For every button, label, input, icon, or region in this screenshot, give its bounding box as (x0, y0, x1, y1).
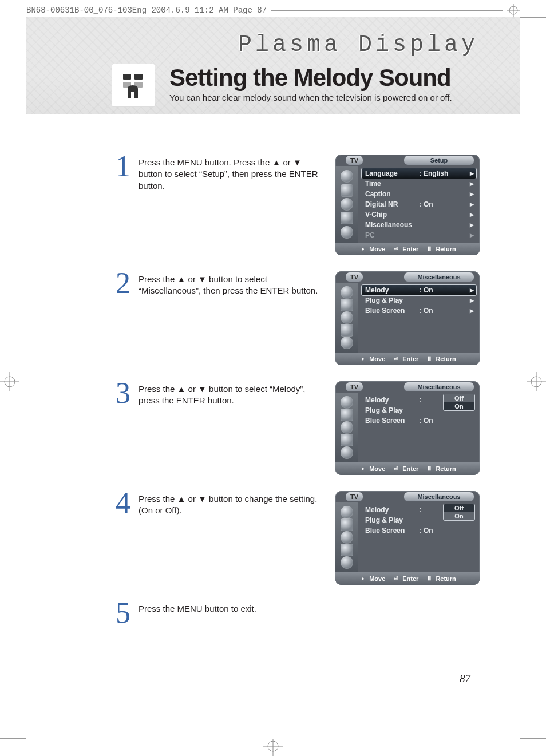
osd-row-value: On (424, 286, 446, 294)
steps-list: 1 Press the MENU button. Press the ▲ or … (111, 155, 480, 641)
osd-category-icon (341, 531, 353, 544)
osd-sidebar (335, 166, 358, 243)
osd-row-colon: : (418, 307, 424, 315)
osd-row-colon: : (418, 169, 424, 177)
footer-return-label: Return (436, 246, 456, 252)
osd-tv-badge: TV (346, 156, 363, 165)
osd-submenu-option[interactable]: Off (444, 394, 474, 402)
trim-line (0, 738, 26, 739)
page-title: Setting the Melody Sound (169, 64, 451, 92)
osd-title: Miscellaneous (404, 492, 474, 501)
osd-row-label: Plug & Play (365, 296, 418, 304)
osd-menu-list[interactable]: Language:English▶Time▶Caption▶Digital NR… (358, 166, 480, 243)
brand-title: Plasma Display (238, 32, 478, 58)
osd-row[interactable]: Melody:On▶ (362, 285, 476, 295)
registration-mark-icon (0, 372, 19, 391)
osd-tv-badge: TV (346, 492, 363, 501)
arrow-right-icon: ▶ (470, 212, 474, 217)
osd-category-icon (341, 421, 353, 434)
arrow-right-icon: ▶ (470, 232, 474, 238)
osd-row-colon: : (418, 200, 424, 208)
osd-row-label: Melody (365, 396, 418, 404)
osd-category-icon (341, 434, 353, 446)
osd-sidebar (335, 393, 358, 462)
footer-return-label: Return (436, 575, 456, 582)
osd-row[interactable]: PC▶ (362, 230, 476, 240)
osd-title: Setup (404, 156, 474, 165)
touch-icon (112, 64, 155, 106)
osd-category-icon (341, 311, 353, 324)
step-text: Press the MENU button to exit. (139, 601, 256, 615)
osd-row[interactable]: Time▶ (362, 179, 476, 189)
trim-line (520, 738, 546, 739)
osd-row[interactable]: Digital NR:On▶ (362, 199, 476, 209)
hero-banner: Plasma Display Setting the Melody Sound … (26, 17, 520, 114)
osd-category-icon (341, 518, 353, 531)
footer-move-label: Move (369, 465, 385, 472)
osd-row[interactable]: Miscellaneous▶ (362, 220, 476, 230)
osd-row[interactable]: Plug & Play▶ (362, 295, 476, 306)
osd-category-icon (341, 446, 353, 459)
osd-menu-list[interactable]: Melody:Plug & PlayBlue Screen:OnOffOn (358, 502, 480, 572)
return-icon: Ⅲ (425, 575, 433, 582)
svg-rect-12 (123, 74, 131, 80)
osd-submenu[interactable]: OffOn (443, 504, 475, 521)
print-header: BN68-00631B-00_076-103Eng 2004.6.9 11:2 … (26, 5, 520, 16)
osd-category-icon (341, 170, 353, 183)
osd-category-icon (341, 226, 353, 239)
osd-submenu-option[interactable]: On (444, 402, 474, 410)
osd-submenu-option[interactable]: Off (444, 504, 474, 512)
osd-row[interactable]: Blue Screen:On▶ (362, 306, 476, 316)
osd-row[interactable]: Blue Screen:On (362, 415, 476, 426)
svg-rect-13 (134, 74, 143, 80)
osd-row[interactable]: V-Chip▶ (362, 209, 476, 220)
osd-menu-list[interactable]: Melody:Plug & PlayBlue Screen:OnOffOn (358, 393, 480, 462)
move-icon: ♦ (359, 355, 367, 362)
osd-row-label: Language (365, 169, 418, 177)
osd-row[interactable]: Blue Screen:On (362, 525, 476, 536)
step-5: 5 Press the MENU button to exit. (111, 601, 480, 625)
osd-category-icon (341, 396, 353, 409)
step-number: 4 (111, 491, 130, 515)
footer-move-label: Move (369, 575, 385, 582)
registration-mark-icon (507, 4, 520, 17)
enter-icon: ⏎ (392, 575, 400, 582)
osd-setup: TV Setup Language:English▶Time▶Caption▶D… (335, 155, 480, 255)
osd-category-icon (341, 544, 353, 556)
osd-row-label: V-Chip (365, 211, 418, 219)
osd-row-value: On (424, 417, 446, 425)
osd-row-label: Blue Screen (365, 527, 418, 535)
osd-row[interactable]: Caption▶ (362, 189, 476, 199)
osd-category-icon (341, 212, 353, 224)
step-text: Press the ▲ or ▼ button to select “Melod… (139, 381, 327, 407)
osd-row-label: Plug & Play (365, 406, 418, 414)
osd-row-value: On (424, 307, 446, 315)
osd-row[interactable]: Language:English▶ (362, 168, 476, 179)
print-header-text: BN68-00631B-00_076-103Eng 2004.6.9 11:2 … (26, 6, 267, 15)
osd-row-colon: : (418, 417, 424, 425)
footer-enter-label: Enter (402, 465, 418, 472)
footer-enter-label: Enter (402, 355, 418, 362)
trim-line (520, 17, 546, 18)
osd-submenu[interactable]: OffOn (443, 394, 475, 411)
osd-menu-list[interactable]: Melody:On▶Plug & Play▶Blue Screen:On▶ (358, 283, 480, 353)
osd-category-icon (341, 409, 353, 421)
osd-submenu-option[interactable]: On (444, 512, 474, 520)
footer-enter-label: Enter (402, 575, 418, 582)
page: Plasma Display Setting the Melody Sound … (26, 17, 520, 739)
footer-move-label: Move (369, 355, 385, 362)
osd-row-label: Digital NR (365, 200, 418, 208)
move-icon: ♦ (359, 465, 367, 472)
registration-mark-icon (263, 737, 283, 756)
osd-row-label: Caption (365, 190, 418, 198)
step-number: 5 (111, 601, 130, 625)
osd-row-value: On (424, 200, 446, 208)
step-number: 1 (111, 155, 130, 179)
osd-melody-select: TV Miscellaneous Melody:Plug & PlayBlue … (335, 381, 480, 475)
osd-row-label: PC (365, 231, 418, 239)
osd-row-label: Miscellaneous (365, 221, 418, 229)
osd-footer: ♦Move ⏎Enter ⅢReturn (335, 243, 480, 255)
osd-category-icon (341, 324, 353, 337)
osd-row-label: Melody (365, 286, 418, 294)
step-2: 2 Press the ▲ or ▼ button to select “Mis… (111, 271, 480, 365)
